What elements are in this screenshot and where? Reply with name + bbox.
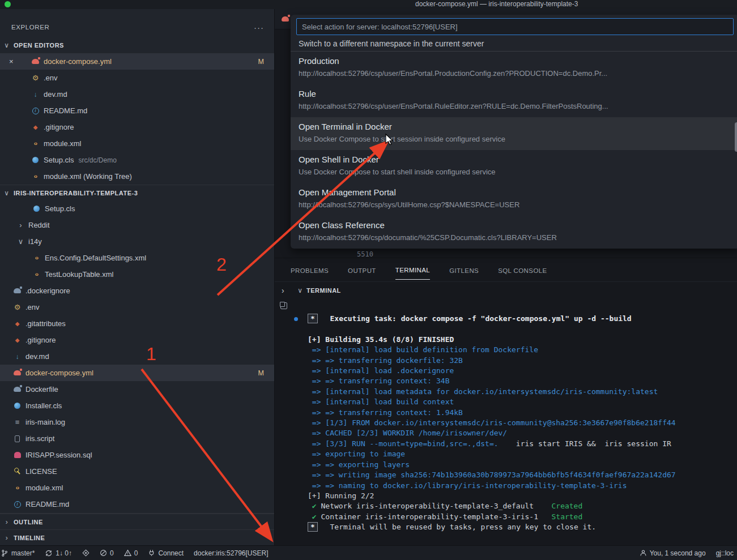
- quickpick-item-label: Production: [299, 55, 731, 67]
- quickpick-item-open-class-reference[interactable]: Open Class Referencehttp://localhost:527…: [291, 216, 737, 249]
- quickpick-item-description: http://localhost:52796/csp/documatic/%25…: [299, 232, 731, 244]
- panel-tab-output[interactable]: OUTPUT: [348, 260, 376, 280]
- tree-file[interactable]: IRISAPP.session.sql: [0, 447, 274, 463]
- status-line-blame[interactable]: You, 1 second ago: [640, 549, 706, 557]
- status-sync-changes[interactable]: 1↓ 0↑: [45, 549, 72, 557]
- terminal-line: => => transferring context: 34B: [308, 376, 737, 386]
- xml-code-icon: ‹›: [32, 255, 41, 261]
- status-gj-locate[interactable]: gj::loc: [716, 549, 734, 557]
- open-editor-item[interactable]: ↓dev.md: [0, 86, 274, 102]
- quickpick-input[interactable]: Select action for server: localhost:5279…: [296, 18, 734, 35]
- tree-file[interactable]: LICENSE: [0, 463, 274, 480]
- quickpick-item-open-shell-in-docker[interactable]: Open Shell in DockerUse Docker Compose t…: [291, 150, 737, 183]
- terminal-windows-icon[interactable]: [280, 302, 287, 309]
- terminal-line: => [internal] load .dockerignore: [308, 366, 737, 376]
- file-path: src/dc/Demo: [78, 156, 116, 164]
- workspace-section-header[interactable]: ∨ IRIS-INTEROPERABILITY-TEMPLATE-3: [0, 185, 274, 200]
- open-editor-item[interactable]: ×docker-compose.ymlM: [0, 53, 274, 70]
- quickpick-item-label: Open Terminal in Docker: [299, 121, 731, 133]
- file-name: iris-main.log: [25, 418, 65, 426]
- more-actions-icon[interactable]: ···: [254, 23, 264, 32]
- tree-folder[interactable]: ∨i14y: [0, 233, 274, 250]
- file-name: docker-compose.yml: [25, 369, 93, 377]
- panel-tab-problems[interactable]: PROBLEMS: [291, 260, 329, 280]
- vscode-window: docker-compose.yml — iris-interoperabili…: [0, 0, 737, 560]
- tree-file[interactable]: ◆.gitattributes: [0, 315, 274, 332]
- tree-file[interactable]: ‹›module.xml: [0, 480, 274, 496]
- file-name: module.xml (Working Tree): [44, 172, 132, 181]
- scrollbar-thumb[interactable]: [735, 122, 737, 152]
- open-editors-section-header[interactable]: ∨ OPEN EDITORS: [0, 37, 274, 53]
- macos-window-button[interactable]: [5, 1, 11, 7]
- status-sql-connect[interactable]: Connect: [148, 549, 184, 557]
- chevron-right-icon[interactable]: ›: [282, 286, 284, 295]
- quickpick-item-description: http://localhost:52796/csp/user/EnsPorta…: [299, 100, 731, 113]
- tree-file[interactable]: Setup.cls: [0, 200, 274, 217]
- quickpick-item-production[interactable]: Productionhttp://localhost:52796/csp/use…: [291, 52, 737, 84]
- tree-file[interactable]: ↓dev.md: [0, 348, 274, 365]
- terminal-line: => [internal] load metadata for docker.i…: [308, 387, 737, 397]
- status-gitlens[interactable]: [82, 549, 90, 557]
- file-name: dev.md: [25, 352, 49, 361]
- terminal-output[interactable]: * Executing task: docker compose -f "doc…: [275, 299, 737, 545]
- tree-file[interactable]: iris.script: [0, 430, 274, 447]
- file-name: dev.md: [44, 90, 67, 99]
- tree-file[interactable]: Dockerfile: [0, 381, 274, 397]
- status-git-branch-label: master*: [11, 549, 35, 557]
- file-name: iris.script: [25, 434, 54, 443]
- tree-file[interactable]: ≡iris-main.log: [0, 414, 274, 430]
- terminal-line: => [1/3] FROM docker.io/intersystemsdc/i…: [308, 418, 737, 428]
- quickpick-item-open-terminal-in-docker[interactable]: Open Terminal in DockerUse Docker Compos…: [291, 117, 737, 150]
- docker-whale-icon: [31, 59, 40, 64]
- file-name: README.md: [25, 500, 69, 508]
- open-editor-item[interactable]: ‹›module.xml (Working Tree): [0, 168, 274, 185]
- tree-file[interactable]: .dockerignore: [0, 283, 274, 299]
- quickpick-item-partial[interactable]: Switch to a different namespace in the c…: [291, 37, 737, 51]
- branch-icon: [1, 549, 8, 557]
- status-iris-server[interactable]: docker:iris:52796[USER]: [194, 549, 268, 557]
- status-git-branch[interactable]: master*: [1, 549, 35, 557]
- terminal-line: => [internal] load build context: [308, 397, 737, 407]
- open-editor-item[interactable]: iREADME.md: [0, 102, 274, 119]
- panel-tab-gitlens[interactable]: GITLENS: [449, 260, 479, 280]
- plug-icon: [148, 549, 155, 557]
- git-icon: ◆: [12, 321, 22, 327]
- panel-tab-terminal[interactable]: TERMINAL: [395, 260, 430, 280]
- file-name: LICENSE: [25, 467, 57, 476]
- tree-file[interactable]: docker-compose.ymlM: [0, 365, 274, 381]
- terminal-line: => CACHED [2/3] WORKDIR /home/irisowner/…: [308, 428, 737, 438]
- quickpick-input-text: Select action for server: localhost:5279…: [302, 23, 458, 31]
- tree-folder[interactable]: ›Reddit: [0, 217, 274, 233]
- status-gj-locate-label: gj::loc: [716, 549, 734, 557]
- terminal-view-dropdown[interactable]: ∨ TERMINAL: [296, 287, 341, 294]
- terminal-line: * Executing task: docker compose -f "doc…: [308, 314, 737, 324]
- open-editor-item[interactable]: ⚙.env: [0, 70, 274, 86]
- window-title: docker-compose.yml — iris-interoperabili…: [415, 0, 578, 8]
- open-editor-item[interactable]: Setup.clssrc/dc/Demo: [0, 152, 274, 168]
- tree-file[interactable]: ◆.gitignore: [0, 332, 274, 348]
- tree-file[interactable]: Installer.cls: [0, 397, 274, 414]
- tree-file[interactable]: ‹›TestLookupTable.xml: [0, 266, 274, 283]
- outline-section-header[interactable]: › OUTLINE: [0, 514, 274, 529]
- quickpick-item-open-management-portal[interactable]: Open Management Portalhttp://localhost:5…: [291, 183, 737, 216]
- status-iris-server-label: docker:iris:52796[USER]: [194, 549, 268, 557]
- command-decoration-dot: [294, 317, 298, 321]
- file-name: i14y: [28, 237, 42, 246]
- tree-file[interactable]: iREADME.md: [0, 496, 274, 512]
- open-editor-item[interactable]: ◆.gitignore: [0, 119, 274, 135]
- script-file-icon: [12, 435, 22, 442]
- close-icon[interactable]: ×: [9, 57, 14, 66]
- tree-file[interactable]: ⚙.env: [0, 299, 274, 315]
- tree-file[interactable]: ‹›Ens.Config.DefaultSettings.xml: [0, 250, 274, 266]
- timeline-section-header[interactable]: › TIMELINE: [0, 529, 274, 545]
- git-icon: ◆: [12, 337, 22, 343]
- gitlens-icon: [82, 549, 90, 557]
- open-editor-item[interactable]: ‹›module.xml: [0, 135, 274, 152]
- quickpick-item-label: Open Shell in Docker: [299, 153, 731, 166]
- status-bar-right: You, 1 second agogj::loc: [640, 549, 734, 557]
- status-warnings[interactable]: 0: [124, 549, 138, 557]
- quickpick-item-rule[interactable]: Rulehttp://localhost:52796/csp/user/EnsP…: [291, 84, 737, 117]
- panel-tab-sql-console[interactable]: SQL CONSOLE: [498, 260, 547, 280]
- status-errors[interactable]: 0: [100, 549, 114, 557]
- quickpick-item-description: Use Docker Compose to start session insi…: [299, 133, 731, 146]
